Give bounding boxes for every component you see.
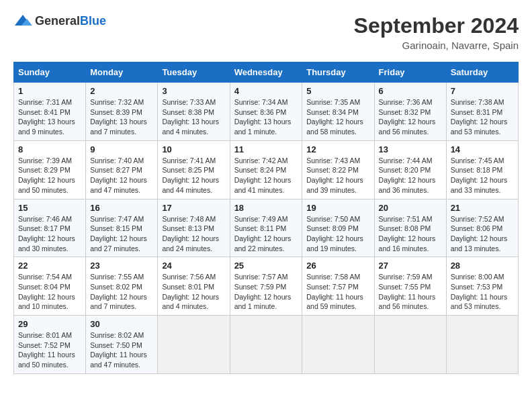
day-number: 22 [18,261,81,271]
day-number: 17 [162,203,225,213]
logo-icon [13,13,32,28]
day-number: 16 [90,203,153,213]
day-number: 3 [162,86,225,96]
month-title: September 2024 [354,13,519,38]
calendar-cell: 8Sunrise: 7:39 AM Sunset: 8:29 PM Daylig… [14,140,86,199]
day-info: Sunrise: 7:45 AM Sunset: 8:18 PM Dayligh… [451,156,514,195]
day-info: Sunrise: 7:32 AM Sunset: 8:39 PM Dayligh… [90,97,153,137]
calendar-cell: 27Sunrise: 7:59 AM Sunset: 7:55 PM Dayli… [374,257,446,316]
day-info: Sunrise: 7:54 AM Sunset: 8:04 PM Dayligh… [18,272,81,312]
day-info: Sunrise: 7:46 AM Sunset: 8:17 PM Dayligh… [18,214,81,254]
day-info: Sunrise: 7:40 AM Sunset: 8:27 PM Dayligh… [90,156,153,195]
calendar-cell: 28Sunrise: 8:00 AM Sunset: 7:53 PM Dayli… [446,257,518,316]
calendar-cell: 2Sunrise: 7:32 AM Sunset: 8:39 PM Daylig… [86,83,158,141]
day-info: Sunrise: 7:38 AM Sunset: 8:31 PM Dayligh… [451,97,514,137]
day-number: 24 [162,261,225,271]
day-info: Sunrise: 7:35 AM Sunset: 8:34 PM Dayligh… [306,97,369,137]
calendar-cell: 25Sunrise: 7:57 AM Sunset: 7:59 PM Dayli… [230,257,302,316]
logo-blue: Blue [80,14,106,28]
day-number: 4 [234,86,298,96]
calendar-cell: 17Sunrise: 7:48 AM Sunset: 8:13 PM Dayli… [158,199,230,257]
calendar-cell: 23Sunrise: 7:55 AM Sunset: 8:02 PM Dayli… [86,257,158,316]
calendar-cell: 21Sunrise: 7:52 AM Sunset: 8:06 PM Dayli… [446,199,518,257]
calendar-cell [230,316,302,374]
day-info: Sunrise: 7:51 AM Sunset: 8:08 PM Dayligh… [379,214,442,254]
day-number: 8 [18,144,81,154]
col-thursday: Thursday [302,62,374,83]
week-row-1: 8Sunrise: 7:39 AM Sunset: 8:29 PM Daylig… [14,140,519,199]
col-wednesday: Wednesday [230,62,302,83]
calendar-cell [302,316,374,374]
day-info: Sunrise: 7:39 AM Sunset: 8:29 PM Dayligh… [18,156,81,195]
day-info: Sunrise: 7:48 AM Sunset: 8:13 PM Dayligh… [162,214,225,254]
calendar-cell: 30Sunrise: 8:02 AM Sunset: 7:50 PM Dayli… [86,316,158,374]
calendar-cell: 20Sunrise: 7:51 AM Sunset: 8:08 PM Dayli… [374,199,446,257]
day-info: Sunrise: 7:50 AM Sunset: 8:09 PM Dayligh… [306,214,369,254]
col-tuesday: Tuesday [158,62,230,83]
day-number: 14 [451,144,514,154]
day-info: Sunrise: 7:55 AM Sunset: 8:02 PM Dayligh… [90,272,153,312]
day-info: Sunrise: 7:41 AM Sunset: 8:25 PM Dayligh… [162,156,225,195]
day-info: Sunrise: 7:34 AM Sunset: 8:36 PM Dayligh… [234,97,298,137]
calendar-cell [374,316,446,374]
calendar-cell: 26Sunrise: 7:58 AM Sunset: 7:57 PM Dayli… [302,257,374,316]
calendar-cell [158,316,230,374]
calendar-cell: 22Sunrise: 7:54 AM Sunset: 8:04 PM Dayli… [14,257,86,316]
day-info: Sunrise: 7:36 AM Sunset: 8:32 PM Dayligh… [379,97,442,137]
day-info: Sunrise: 7:58 AM Sunset: 7:57 PM Dayligh… [306,272,369,312]
day-info: Sunrise: 8:01 AM Sunset: 7:52 PM Dayligh… [18,330,81,370]
calendar-cell: 24Sunrise: 7:56 AM Sunset: 8:01 PM Dayli… [158,257,230,316]
day-number: 9 [90,144,153,154]
day-number: 12 [306,144,369,154]
day-number: 19 [306,203,369,213]
day-number: 28 [451,261,514,271]
day-number: 25 [234,261,298,271]
week-row-4: 29Sunrise: 8:01 AM Sunset: 7:52 PM Dayli… [14,316,519,374]
col-sunday: Sunday [14,62,86,83]
day-info: Sunrise: 7:56 AM Sunset: 8:01 PM Dayligh… [162,272,225,312]
day-info: Sunrise: 8:02 AM Sunset: 7:50 PM Dayligh… [90,330,153,370]
calendar-cell: 11Sunrise: 7:42 AM Sunset: 8:24 PM Dayli… [230,140,302,199]
day-info: Sunrise: 7:31 AM Sunset: 8:41 PM Dayligh… [18,97,81,137]
day-number: 11 [234,144,298,154]
day-number: 5 [306,86,369,96]
col-friday: Friday [374,62,446,83]
calendar-cell [446,316,518,374]
col-monday: Monday [86,62,158,83]
day-info: Sunrise: 7:59 AM Sunset: 7:55 PM Dayligh… [379,272,442,312]
day-info: Sunrise: 8:00 AM Sunset: 7:53 PM Dayligh… [451,272,514,312]
col-saturday: Saturday [446,62,518,83]
day-number: 2 [90,86,153,96]
day-info: Sunrise: 7:49 AM Sunset: 8:11 PM Dayligh… [234,214,298,254]
day-number: 15 [18,203,81,213]
day-info: Sunrise: 7:43 AM Sunset: 8:22 PM Dayligh… [306,156,369,195]
day-number: 18 [234,203,298,213]
calendar-cell: 14Sunrise: 7:45 AM Sunset: 8:18 PM Dayli… [446,140,518,199]
calendar-header-row: Sunday Monday Tuesday Wednesday Thursday… [14,62,519,83]
calendar-cell: 12Sunrise: 7:43 AM Sunset: 8:22 PM Dayli… [302,140,374,199]
day-number: 21 [451,203,514,213]
day-number: 13 [379,144,442,154]
calendar-cell: 18Sunrise: 7:49 AM Sunset: 8:11 PM Dayli… [230,199,302,257]
page-header: GeneralBlue September 2024 Garinoain, Na… [13,13,519,51]
day-number: 7 [451,86,514,96]
calendar-table: Sunday Monday Tuesday Wednesday Thursday… [13,62,519,374]
day-number: 30 [90,319,153,329]
calendar-cell: 15Sunrise: 7:46 AM Sunset: 8:17 PM Dayli… [14,199,86,257]
logo-text: GeneralBlue [35,14,106,28]
day-number: 1 [18,86,81,96]
week-row-3: 22Sunrise: 7:54 AM Sunset: 8:04 PM Dayli… [14,257,519,316]
calendar-cell: 4Sunrise: 7:34 AM Sunset: 8:36 PM Daylig… [230,83,302,141]
day-info: Sunrise: 7:47 AM Sunset: 8:15 PM Dayligh… [90,214,153,254]
calendar-cell: 13Sunrise: 7:44 AM Sunset: 8:20 PM Dayli… [374,140,446,199]
logo: GeneralBlue [13,13,106,28]
calendar-cell: 10Sunrise: 7:41 AM Sunset: 8:25 PM Dayli… [158,140,230,199]
logo-general: General [35,14,80,28]
day-info: Sunrise: 7:44 AM Sunset: 8:20 PM Dayligh… [379,156,442,195]
calendar-cell: 6Sunrise: 7:36 AM Sunset: 8:32 PM Daylig… [374,83,446,141]
day-number: 23 [90,261,153,271]
day-number: 10 [162,144,225,154]
day-info: Sunrise: 7:42 AM Sunset: 8:24 PM Dayligh… [234,156,298,195]
day-number: 6 [379,86,442,96]
calendar-cell: 5Sunrise: 7:35 AM Sunset: 8:34 PM Daylig… [302,83,374,141]
